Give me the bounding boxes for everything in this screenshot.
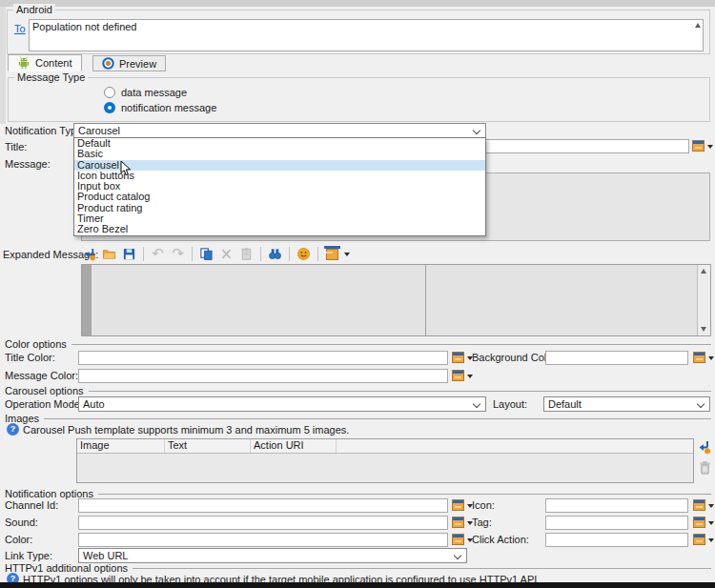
column-header-image[interactable]: Image bbox=[77, 439, 165, 453]
dropdown-option-highlighted[interactable]: Carousel bbox=[74, 160, 485, 171]
link-type-combo[interactable]: Web URL bbox=[78, 548, 467, 563]
eye-icon bbox=[102, 57, 114, 70]
message-color-input[interactable] bbox=[78, 369, 448, 383]
color-label: Color: bbox=[5, 534, 32, 546]
channel-id-label: Channel Id: bbox=[5, 499, 58, 512]
insert-field-icon[interactable] bbox=[324, 246, 340, 262]
redo-icon[interactable]: ↷ bbox=[170, 246, 186, 262]
dropdown-option[interactable]: Icon buttons bbox=[74, 171, 485, 181]
editor-pane-divider bbox=[425, 265, 426, 335]
notification-type-combo[interactable]: Carousel bbox=[73, 123, 486, 138]
field-picker-arrow-icon[interactable] bbox=[708, 356, 714, 360]
radio-notification-message[interactable]: notification message bbox=[104, 102, 216, 113]
field-picker-arrow-icon[interactable] bbox=[708, 521, 714, 525]
scroll-down-icon[interactable] bbox=[701, 327, 706, 332]
android-group: Android To Population not defined bbox=[7, 10, 710, 54]
emoji-icon[interactable] bbox=[296, 246, 312, 262]
message-type-group: Message Type data message notification m… bbox=[8, 77, 710, 122]
separator-line bbox=[98, 494, 711, 495]
separator-line bbox=[72, 344, 711, 345]
field-picker-icon[interactable] bbox=[452, 534, 464, 545]
color-options-header: Color options bbox=[5, 338, 711, 350]
field-picker-icon[interactable] bbox=[693, 499, 705, 511]
field-picker-icon[interactable] bbox=[452, 517, 464, 528]
dropdown-option[interactable]: Product catalog bbox=[74, 192, 485, 202]
dropdown-option[interactable]: Input box bbox=[74, 181, 485, 192]
field-picker-arrow-icon[interactable] bbox=[467, 375, 473, 378]
sound-input[interactable] bbox=[78, 516, 448, 530]
field-picker-icon[interactable] bbox=[692, 140, 705, 152]
open-folder-icon[interactable] bbox=[101, 246, 117, 262]
images-table[interactable]: Image Text Action URI bbox=[76, 438, 694, 483]
tab-preview[interactable]: Preview bbox=[92, 55, 166, 71]
radio-notification-message-label: notification message bbox=[121, 102, 216, 113]
radio-unselected-icon[interactable] bbox=[104, 87, 115, 98]
column-header-text[interactable]: Text bbox=[165, 439, 251, 453]
field-picker-icon[interactable] bbox=[693, 352, 705, 363]
copy-icon[interactable] bbox=[198, 246, 214, 262]
cut-icon[interactable] bbox=[218, 246, 235, 262]
images-header: Images bbox=[5, 413, 711, 424]
column-header-spacer bbox=[337, 439, 693, 453]
mouse-cursor bbox=[120, 160, 132, 177]
color-input[interactable] bbox=[78, 533, 448, 547]
scroll-up-icon[interactable] bbox=[701, 269, 706, 274]
to-link[interactable]: To bbox=[14, 23, 26, 34]
field-picker-icon[interactable] bbox=[452, 370, 464, 381]
field-picker-icon[interactable] bbox=[452, 499, 464, 511]
import-file-icon[interactable] bbox=[81, 246, 97, 262]
field-picker-icon[interactable] bbox=[693, 517, 705, 528]
dropdown-option[interactable]: Product rating bbox=[74, 203, 485, 213]
click-action-input[interactable] bbox=[545, 533, 688, 547]
dropdown-option[interactable]: Basic bbox=[74, 149, 485, 159]
sound-label: Sound: bbox=[5, 517, 38, 529]
channel-id-input[interactable] bbox=[78, 498, 448, 513]
title-label: Title: bbox=[5, 141, 27, 153]
tag-label: Tag: bbox=[472, 517, 492, 529]
paste-icon[interactable] bbox=[238, 246, 255, 262]
field-picker-arrow-icon[interactable] bbox=[707, 145, 713, 149]
save-icon[interactable] bbox=[121, 246, 137, 262]
undo-icon[interactable]: ↶ bbox=[150, 246, 166, 262]
insert-field-arrow-icon[interactable] bbox=[344, 253, 350, 256]
field-picker-arrow-icon[interactable] bbox=[708, 504, 714, 508]
dropdown-option[interactable]: Zero Bezel bbox=[74, 224, 485, 234]
layout-combo[interactable]: Default bbox=[543, 396, 710, 412]
toolbar-separator bbox=[289, 247, 290, 261]
add-row-icon[interactable] bbox=[696, 439, 711, 456]
radio-selected-icon[interactable] bbox=[104, 102, 115, 113]
link-type-value: Web URL bbox=[83, 550, 128, 561]
column-header-action-uri[interactable]: Action URI bbox=[251, 439, 337, 453]
editor-scrollbar[interactable] bbox=[697, 265, 710, 335]
radio-data-message[interactable]: data message bbox=[104, 87, 187, 98]
field-picker-arrow-icon[interactable] bbox=[708, 538, 714, 542]
find-icon[interactable] bbox=[267, 246, 283, 262]
icon-input[interactable] bbox=[545, 498, 688, 513]
tab-content[interactable]: Content bbox=[8, 54, 82, 71]
radio-data-message-label: data message bbox=[121, 87, 187, 98]
dropdown-option[interactable]: Default bbox=[74, 138, 485, 149]
notification-type-dropdown: Default Basic Carousel Icon buttons Inpu… bbox=[73, 137, 486, 236]
field-picker-icon[interactable] bbox=[693, 534, 705, 545]
httpv1-header: HTTPv1 additional options bbox=[5, 562, 711, 574]
tag-input[interactable] bbox=[545, 516, 688, 530]
dropdown-option[interactable]: Timer bbox=[74, 213, 485, 224]
images-info-text: Carousel Push template supports minimum … bbox=[23, 424, 349, 436]
chevron-down-icon bbox=[473, 127, 480, 134]
background-color-input[interactable] bbox=[545, 351, 688, 365]
carousel-options-header: Carousel options bbox=[5, 385, 711, 396]
operation-mode-combo[interactable]: Auto bbox=[78, 396, 486, 412]
separator-line bbox=[89, 391, 711, 392]
httpv1-title: HTTPv1 additional options bbox=[5, 562, 128, 574]
to-population-field[interactable]: Population not defined bbox=[29, 19, 704, 51]
message-label: Message: bbox=[5, 158, 51, 171]
scroll-up-icon[interactable] bbox=[695, 23, 701, 28]
title-color-input[interactable] bbox=[78, 351, 448, 365]
field-picker-icon[interactable] bbox=[452, 352, 464, 363]
expanded-message-editor[interactable] bbox=[81, 264, 711, 336]
delete-row-icon[interactable] bbox=[698, 460, 712, 477]
toolbar-separator bbox=[192, 247, 193, 261]
expanded-message-toolbar: ↶ ↷ bbox=[81, 245, 350, 263]
chevron-down-icon bbox=[454, 552, 461, 559]
images-title: Images bbox=[5, 413, 39, 424]
